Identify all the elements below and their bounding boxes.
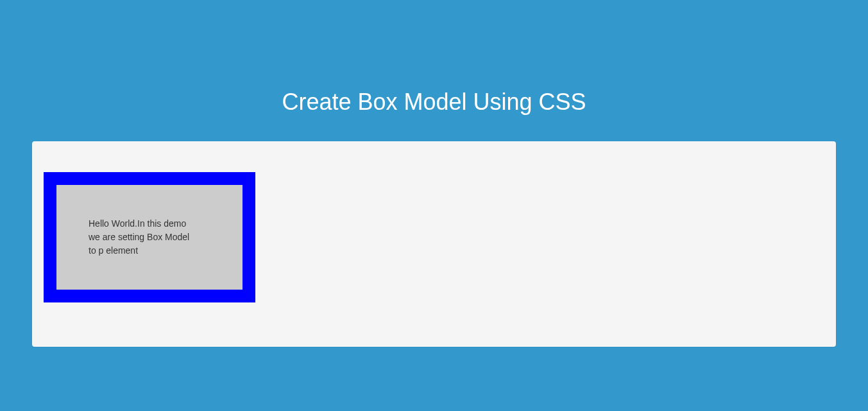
page-title: Create Box Model Using CSS <box>0 0 868 141</box>
box-model-paragraph: Hello World.In this demo we are setting … <box>89 217 198 258</box>
content-panel: Hello World.In this demo we are setting … <box>32 141 836 347</box>
box-model-demo: Hello World.In this demo we are setting … <box>44 172 255 302</box>
